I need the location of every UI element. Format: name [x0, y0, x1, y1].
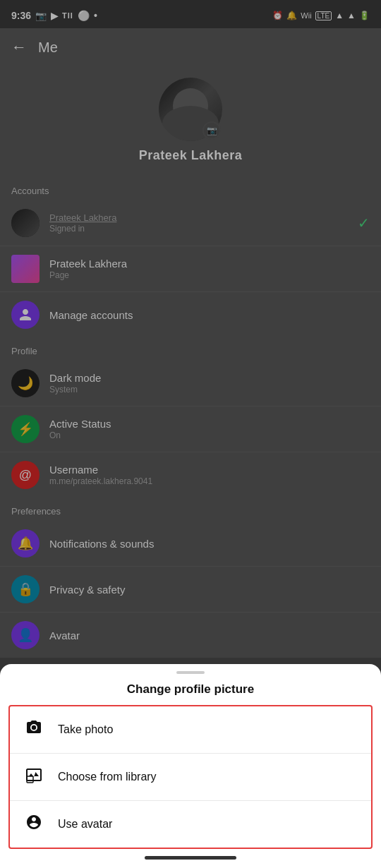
bottom-sheet: Change profile picture Take photo Choose…: [0, 664, 381, 868]
sheet-handle: [0, 664, 381, 677]
options-list: Take photo Choose from library Use avata…: [8, 705, 373, 849]
use-avatar-label: Use avatar: [58, 818, 112, 831]
svg-rect-0: [27, 776, 33, 783]
camera-option-icon: [24, 719, 44, 740]
use-avatar-option[interactable]: Use avatar: [10, 800, 371, 848]
take-photo-option[interactable]: Take photo: [10, 706, 371, 753]
handle-bar: [176, 671, 205, 674]
choose-library-option[interactable]: Choose from library: [10, 753, 371, 800]
sheet-title: Change profile picture: [0, 677, 381, 705]
take-photo-label: Take photo: [58, 723, 113, 736]
avatar-option-icon: [24, 814, 44, 835]
library-option-icon: [24, 766, 44, 788]
home-bar: [145, 856, 236, 860]
home-bar-area: [0, 849, 381, 862]
choose-library-label: Choose from library: [58, 771, 157, 783]
